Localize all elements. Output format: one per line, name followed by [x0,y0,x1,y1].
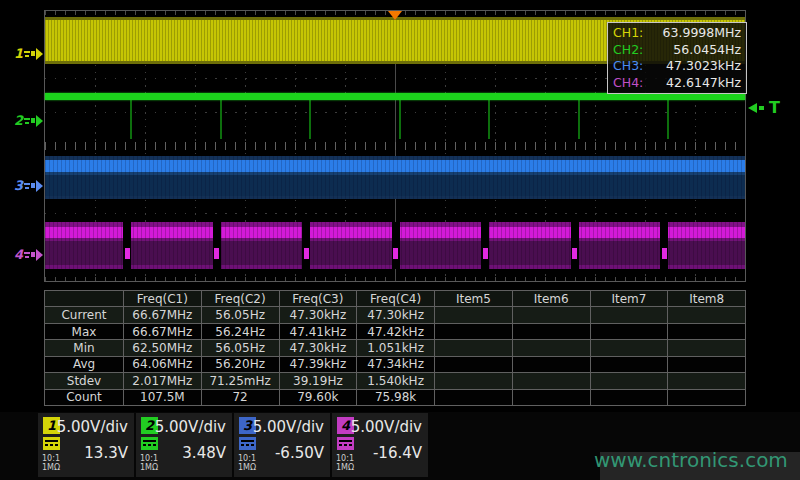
header-freq-c2: Freq(C2) [201,291,279,307]
header-item7: Item7 [590,291,668,307]
ch4-offset: -16.4V [373,444,422,462]
trigger-position-marker[interactable] [388,11,402,20]
cell [512,323,590,339]
ground-icon [24,251,30,259]
cell [668,373,746,389]
cell: 2.017MHz [124,373,202,389]
probe-ratio: 10:1 [140,454,158,463]
cell [668,323,746,339]
cell: 66.67MHz [124,307,202,323]
cell: 72 [201,389,279,405]
row-label: Current [45,307,124,323]
ch1-ground-marker[interactable]: 1 [10,46,43,61]
cell: 56.20Hz [201,356,279,372]
marker-arrow-icon [36,249,43,261]
ch3-probe-info: 10:1 1MΩ [238,454,256,472]
header-freq-c4: Freq(C4) [357,291,435,307]
ground-icon [24,50,30,58]
cell [512,389,590,405]
table-row: Current 66.67MHz 56.05Hz 47.30kHz 47.30k… [45,307,746,323]
cell: 47.34kHz [357,356,435,372]
cell [435,307,513,323]
ch4-marker-label: 4 [14,248,23,261]
ch2-coupling-icon [141,437,158,450]
cell [590,356,668,372]
ch4-scale: 5.00V/div [351,418,422,436]
row-label: Max [45,323,124,339]
marker-arrow-icon [36,48,43,60]
trigger-level-label: T [769,100,780,116]
cell: 47.42kHz [357,323,435,339]
ground-icon [24,117,30,125]
marker-arrow-icon [36,115,43,127]
cell [512,356,590,372]
cell: 1.540kHz [357,373,435,389]
ch1-probe-info: 10:1 1MΩ [42,454,60,472]
ch3-scale: 5.00V/div [253,418,324,436]
cell: 56.05Hz [201,340,279,356]
cell [668,307,746,323]
cell: 47.41kHz [279,323,357,339]
measure-row: CH2: 56.0454Hz [613,42,741,59]
cell: 71.25mHz [201,373,279,389]
cell: 75.98k [357,389,435,405]
ch4-measure-value: 42.6147kHz [666,75,741,92]
measurement-popup: CH1: 63.9998MHz CH2: 56.0454Hz CH3: 47.3… [607,22,747,94]
ch4-measure-label: CH4: [613,75,643,92]
header-freq-c3: Freq(C3) [279,291,357,307]
trigger-level-marker[interactable]: T [748,100,780,116]
cell [590,373,668,389]
marker-arrow-icon [31,183,35,188]
probe-ratio: 10:1 [238,454,256,463]
cell [668,356,746,372]
grid-bottom-ticks [45,277,745,281]
ch3-coupling-icon [239,437,256,450]
ch2-settings-block[interactable]: 2 10:1 1MΩ 5.00V/div 3.48V [136,413,232,477]
cell: 39.19Hz [279,373,357,389]
row-label: Avg [45,356,124,372]
header-blank [45,291,124,307]
table-row: Max 66.67MHz 56.24Hz 47.41kHz 47.42kHz [45,323,746,339]
ch4-settings-block[interactable]: 4 10:1 1MΩ 5.00V/div -16.4V [332,413,428,477]
marker-arrow-icon [31,118,35,123]
cell [590,323,668,339]
ch2-marker-label: 2 [14,114,23,127]
ch1-settings-block[interactable]: 1 10:1 1MΩ 5.00V/div 13.3V [38,413,134,477]
ch3-ground-marker[interactable]: 3 [10,178,43,193]
marker-arrow-icon [31,252,35,257]
measure-row: CH1: 63.9998MHz [613,25,741,42]
cell [435,356,513,372]
measurement-statistics-table: Freq(C1) Freq(C2) Freq(C3) Freq(C4) Item… [44,290,746,406]
ch4-ground-marker[interactable]: 4 [10,247,43,262]
probe-impedance: 1MΩ [42,463,60,472]
ground-icon [24,182,30,190]
ch2-waveform-pulses [45,100,745,139]
cell: 1.051kHz [357,340,435,356]
cell: 47.30kHz [357,307,435,323]
ch1-measure-value: 63.9998MHz [663,25,741,42]
cell: 79.60k [279,389,357,405]
ch1-coupling-icon [43,437,60,450]
ch3-measure-value: 47.3023kHz [666,58,741,75]
cell [590,340,668,356]
ch2-measure-label: CH2: [613,42,643,59]
ch1-scale: 5.00V/div [57,418,128,436]
probe-impedance: 1MΩ [140,463,158,472]
cell [512,340,590,356]
cell [590,389,668,405]
ch3-offset: -6.50V [275,444,324,462]
table-row: Count 107.5M 72 79.60k 75.98k [45,389,746,405]
cell: 62.50MHz [124,340,202,356]
header-freq-c1: Freq(C1) [124,291,202,307]
cell [435,389,513,405]
probe-ratio: 10:1 [42,454,60,463]
ch2-scale: 5.00V/div [155,418,226,436]
cell: 47.30kHz [279,307,357,323]
ch4-waveform-burst-markers [45,248,745,259]
probe-impedance: 1MΩ [238,463,256,472]
ch2-ground-marker[interactable]: 2 [10,113,43,128]
ch3-settings-block[interactable]: 3 10:1 1MΩ 5.00V/div -6.50V [234,413,330,477]
cell [435,373,513,389]
cell [512,373,590,389]
ch2-measure-value: 56.0454Hz [673,42,741,59]
